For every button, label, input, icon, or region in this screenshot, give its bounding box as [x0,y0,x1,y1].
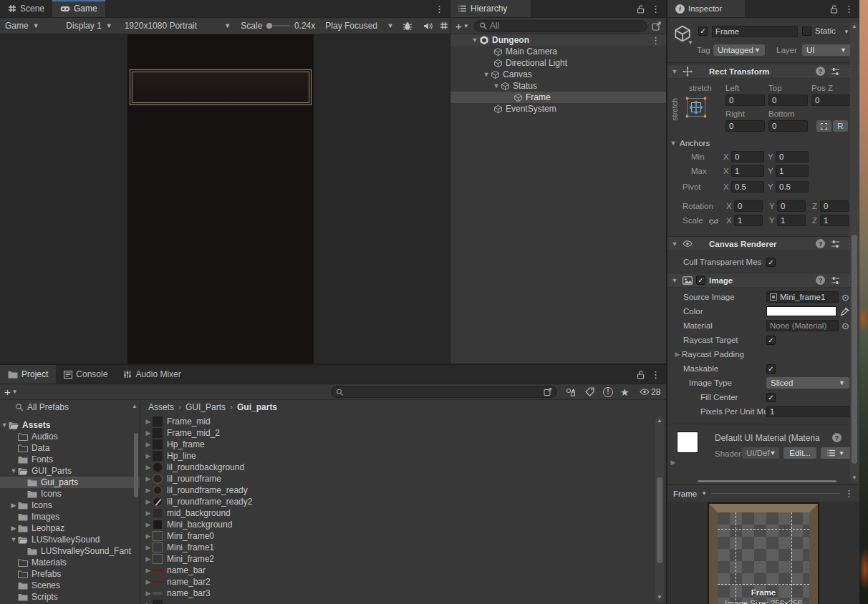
display-dropdown[interactable]: Display 1▼ [61,18,119,34]
scene-picker-icon[interactable] [652,21,661,31]
tree-item-fonts[interactable]: Fonts [0,454,140,465]
tree-item-scenes[interactable]: Scenes [0,580,140,591]
file-row[interactable]: ▶Mini_background [141,519,666,530]
lock-icon[interactable] [637,4,645,14]
fill-center-checkbox[interactable]: ✓ [766,393,776,402]
file-row[interactable]: ▶lil_roundbackground [141,462,666,473]
project-search-field[interactable] [331,386,557,398]
file-row[interactable]: ▶Frame_mid [141,416,666,427]
scroll-down-arrow[interactable]: ▼ [655,594,664,600]
bottom-field[interactable]: 0 [768,120,808,132]
chevron-down-icon[interactable]: ▼ [12,389,18,395]
link-scale-icon[interactable] [709,218,718,225]
hierarchy-item-eventsystem[interactable]: EventSystem [450,103,666,115]
scale-z-field[interactable]: 1 [820,215,849,226]
foldout-arrow-icon[interactable]: ▶ [9,525,18,532]
pivot-y-field[interactable]: 0.5 [776,181,809,193]
add-object-button[interactable]: + [455,20,462,32]
static-flags-dropdown[interactable]: ▼ [844,29,849,35]
file-row[interactable]: ▶Mini_frame0 [141,530,666,542]
hierarchy-item-frame[interactable]: Frame [450,92,666,103]
kebab-menu-icon[interactable]: ⋮ [844,4,854,14]
chevron-down-icon[interactable]: ▼ [701,490,707,497]
help-icon[interactable]: ? [816,239,825,248]
scroll-up-arrow[interactable]: ▲ [655,417,664,424]
foldout-arrow-icon[interactable]: ▼ [471,36,479,44]
file-row[interactable]: ▶Hp_line [141,450,666,462]
panel-divider[interactable] [0,364,666,365]
tab-game[interactable]: Game [52,0,105,17]
lock-icon[interactable] [637,370,645,379]
tree-item-icons-child[interactable]: Icons [0,488,140,500]
foldout-arrow-icon[interactable]: ▼ [670,240,679,248]
object-picker-icon[interactable]: ⊙ [842,292,849,303]
tree-item-lushvalleysound-fant[interactable]: LUShvalleySound_Fant [0,545,140,557]
tag-dropdown[interactable]: Untagged▼ [713,44,765,56]
layer-dropdown[interactable]: UI▼ [802,44,851,56]
scrollbar-thumb[interactable] [657,477,662,563]
inspector-horizontal-scrollbar[interactable] [698,480,836,482]
help-icon[interactable]: ? [816,276,825,285]
maskable-checkbox[interactable]: ✓ [766,364,776,374]
material-swatch[interactable] [677,432,698,453]
shader-list-button[interactable]: ▼ [821,447,851,459]
scrollbar-thumb[interactable] [852,235,857,464]
posz-field[interactable]: 0 [811,94,851,106]
top-field[interactable]: 0 [768,94,808,106]
foldout-arrow-icon[interactable]: ▼ [9,467,18,474]
file-row[interactable]: ▶name_bar2 [141,576,666,588]
project-search-input[interactable] [347,387,541,397]
foldout-arrow-icon[interactable]: ▼ [670,277,679,284]
scroll-down-arrow[interactable]: ▼ [850,474,859,481]
tree-item-scripts[interactable]: Scripts [0,591,140,603]
hierarchy-item-status[interactable]: ▼ Status [450,80,666,92]
filter-by-type-icon[interactable] [566,388,576,396]
tab-project[interactable]: Project [0,365,56,384]
rotation-x-field[interactable]: 0 [734,200,763,212]
canvas-renderer-header[interactable]: ▼ Canvas Renderer ? ⋮ [667,236,859,251]
presets-icon[interactable] [831,67,840,76]
scrollbar-thumb[interactable] [134,433,138,497]
presets-icon[interactable] [831,240,840,248]
tree-item-materials[interactable]: Materials [0,557,140,568]
file-list-scrollbar[interactable]: ▲ ▼ [655,416,664,602]
static-checkbox[interactable] [802,26,811,36]
tree-item-icons[interactable]: ▶ Icons [0,500,140,511]
chevron-down-icon[interactable]: ▼ [688,39,693,46]
foldout-arrow-icon[interactable]: ▶ [673,351,682,358]
tree-item-leohpaz[interactable]: ▶ Leohpaz [0,522,140,534]
hierarchy-item-directional-light[interactable]: Directional Light [450,57,666,69]
anchor-min-y-field[interactable]: 0 [776,151,809,162]
tab-console[interactable]: Console [56,365,115,384]
raycast-padding-row[interactable]: ▶ Raycast Padding [667,347,859,361]
file-row[interactable]: ▶lil_roundframe [141,473,666,484]
scroll-up-arrow[interactable]: ▲ [850,23,859,29]
raycast-target-checkbox[interactable]: ✓ [766,336,776,345]
kebab-menu-icon[interactable]: ⋮ [844,489,854,498]
file-row[interactable]: ▶mid_background [141,507,666,519]
foldout-arrow-icon[interactable]: ▼ [9,536,18,543]
source-image-field[interactable]: Mini_frame1 [766,291,839,303]
blueprint-mode-button[interactable] [816,120,831,132]
tree-item-audios[interactable]: Audios [0,431,140,442]
kebab-menu-icon[interactable]: ⋮ [651,370,660,379]
shader-dropdown[interactable]: UI/Def▼ [742,447,779,459]
rect-transform-header[interactable]: ▼ Rect Transform ? ⋮ [667,64,859,79]
file-row[interactable]: ▶name_bar3 [141,588,666,599]
panel-divider[interactable] [666,0,667,604]
favorites-star-icon[interactable]: ★ [620,386,630,398]
play-focused-dropdown[interactable]: Play Focused▼ [320,18,398,34]
scale-slider-knob[interactable] [266,23,272,29]
tree-item-lushvalleysound[interactable]: ▼ LUShvalleySound [0,534,140,545]
cull-transparent-checkbox[interactable]: ✓ [766,258,776,267]
file-row[interactable]: ▶Frame_mid_2 [141,427,666,439]
kebab-menu-icon[interactable]: ⋮ [651,4,660,14]
hierarchy-search-input[interactable] [490,21,642,31]
stats-grid-icon[interactable] [440,21,448,30]
raw-edit-button[interactable]: R [833,120,848,132]
mute-audio-icon[interactable] [423,22,433,30]
foldout-arrow-icon[interactable]: ▼ [670,68,679,75]
foldout-arrow-icon[interactable]: ▼ [0,422,9,429]
name-field[interactable]: Frame [712,26,798,37]
breadcrumb-assets[interactable]: Assets [148,402,174,412]
